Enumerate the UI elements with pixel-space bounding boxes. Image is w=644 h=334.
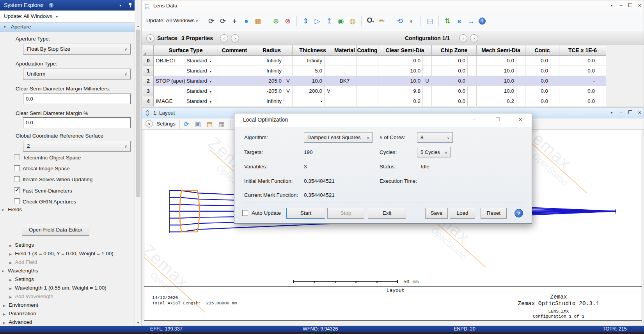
cores-select[interactable]: 8 ∨ — [417, 132, 453, 143]
load-button[interactable]: Load — [450, 208, 475, 219]
thickness-flag-cell[interactable] — [325, 96, 333, 106]
comment-cell[interactable] — [218, 66, 251, 76]
comment-cell[interactable] — [218, 56, 251, 66]
minimize-icon[interactable]: – — [617, 108, 624, 118]
tce-cell[interactable]: 0.0 — [559, 56, 597, 66]
scroll-down-icon[interactable]: ▾ — [135, 320, 141, 326]
chip-zone-cell[interactable]: 0.0 — [432, 56, 468, 66]
scroll-up-icon[interactable]: ▴ — [135, 23, 141, 29]
aperture-type-select[interactable]: Float By Stop Size ∨ — [23, 44, 131, 55]
checkbox-fast-semi-diameters[interactable]: ✓ — [14, 187, 20, 193]
add-field-item[interactable]: ▶Add Field — [9, 259, 37, 265]
maximize-icon[interactable] — [627, 108, 634, 118]
chip-zone-cell[interactable]: 0.0 — [432, 96, 468, 106]
conic-cell[interactable]: 0.0 — [525, 86, 550, 96]
collapse-icon[interactable]: « — [455, 15, 463, 27]
section-polarization[interactable]: ▶Polarization — [3, 311, 36, 316]
print-icon[interactable]: ▦ — [217, 118, 225, 130]
tce-cell[interactable]: 0.0 — [559, 96, 597, 106]
conic-flag-cell[interactable] — [550, 66, 559, 76]
chip-zone-cell[interactable]: 0.0 — [432, 76, 468, 86]
comment-cell[interactable] — [218, 96, 251, 106]
mech-semi-dia-cell[interactable]: 10.0 — [477, 76, 516, 86]
tree-closed-icon[interactable]: ▶ — [9, 253, 12, 256]
maximize-icon[interactable] — [494, 115, 501, 125]
csd-flag-cell[interactable] — [423, 86, 432, 96]
radius-cell[interactable]: Infinity — [251, 66, 284, 76]
row-number[interactable]: 4 — [143, 96, 154, 106]
csd-margin-mm-input[interactable]: 0.0 — [23, 94, 131, 104]
conic-cell[interactable]: 0.0 — [525, 66, 550, 76]
lens-data-titlebar[interactable]: Lens Data ▾ – × — [142, 0, 644, 11]
material-cell[interactable] — [333, 56, 357, 66]
minimize-icon[interactable]: – — [617, 0, 624, 11]
radius-cell[interactable]: -205.0 — [251, 86, 284, 96]
radius-cell[interactable]: Infinity — [251, 96, 284, 106]
chip-flag-cell[interactable] — [468, 56, 477, 66]
coating-cell[interactable] — [357, 86, 378, 96]
next-config-button[interactable]: › — [470, 34, 478, 42]
chevron-down-icon[interactable]: ▾ — [608, 0, 615, 11]
surface-type-select[interactable]: Standard▾ — [186, 66, 211, 76]
update-mode-label[interactable]: Update: All Windows — [4, 13, 52, 19]
add-wavelength-item[interactable]: ▶Add Wavelength — [9, 293, 53, 299]
msd-flag-cell[interactable] — [516, 76, 525, 86]
checkbox-iterate-solves[interactable] — [14, 176, 20, 182]
help-icon[interactable]: ? — [514, 209, 523, 217]
system-viewer-icon[interactable]: ▦ — [254, 15, 262, 27]
surface-type-cell[interactable]: STOP (aper)Standard▾ — [154, 76, 218, 86]
material-cell[interactable] — [333, 86, 357, 96]
csd-flag-cell[interactable] — [423, 96, 432, 106]
dialog-titlebar[interactable]: Local Optimization – × — [234, 113, 532, 127]
tce-cell[interactable]: 0.0 — [559, 66, 597, 76]
goto-surface-icon[interactable]: → — [467, 15, 475, 27]
surface-type-cell[interactable]: OBJECTStandard▾ — [154, 56, 218, 66]
mech-semi-dia-cell[interactable]: 10.0 — [477, 86, 516, 96]
system-explorer-scrollbar[interactable]: ▴ ▾ — [135, 23, 141, 326]
tree-open-icon[interactable]: ▾ — [2, 269, 4, 273]
thickness-cell[interactable]: 200.0 — [293, 86, 325, 96]
tree-closed-icon[interactable]: ▶ — [3, 304, 5, 307]
global-coordinates-icon[interactable]: ◉ — [337, 15, 345, 27]
fields-settings-item[interactable]: ▶Settings — [9, 242, 34, 248]
coating-cell[interactable] — [357, 76, 378, 86]
cycles-select[interactable]: 5 Cycles ∨ — [417, 147, 451, 157]
update-icon[interactable]: ⟳ — [207, 15, 215, 27]
wavelengths-settings-item[interactable]: ▶Settings — [9, 276, 34, 282]
conic-cell[interactable]: 0.0 — [525, 96, 550, 106]
update-all-icon[interactable]: ⟳ — [219, 15, 227, 27]
reset-button[interactable]: Reset — [481, 208, 507, 219]
table-row[interactable]: 3 Standard▾ -205.0 V 200.0 V 9.8 0.0 10.… — [143, 86, 606, 96]
thickness-flag-cell[interactable] — [325, 66, 333, 76]
msd-flag-cell[interactable] — [516, 66, 525, 76]
settings-expand-button[interactable]: ∨ — [145, 120, 153, 127]
radius-cell[interactable]: 205.0 — [251, 76, 284, 86]
conic-flag-cell[interactable] — [550, 96, 559, 106]
tce-flag-cell[interactable] — [597, 86, 606, 96]
thickness-flag-cell[interactable]: V — [325, 86, 333, 96]
conic-flag-cell[interactable] — [550, 56, 559, 66]
tree-closed-icon[interactable]: ▶ — [9, 278, 12, 282]
tce-flag-cell[interactable] — [597, 56, 606, 66]
tce-flag-cell[interactable] — [597, 96, 606, 106]
msd-flag-cell[interactable] — [516, 96, 525, 106]
update-mode-button[interactable]: Update: All Windows ▾ — [146, 11, 198, 31]
comment-cell[interactable] — [218, 76, 251, 86]
comment-cell[interactable] — [218, 86, 251, 96]
algorithm-select[interactable]: Damped Least Squares ∨ — [304, 132, 373, 143]
table-row[interactable]: 0 OBJECTStandard▾ Infinity Infinity 0.0 … — [143, 56, 606, 66]
thickness-flag-cell[interactable] — [325, 76, 333, 86]
open-field-data-editor-button[interactable]: Open Field Data Editor — [22, 224, 89, 236]
chevron-down-icon[interactable]: ▾ — [119, 0, 121, 11]
field-1-item[interactable]: ▶Field 1 (X = 0.00, Y = 0.00, Weight = 1… — [9, 251, 114, 256]
row-number[interactable]: 3 — [143, 86, 154, 96]
save-icon[interactable]: ▤ — [206, 118, 214, 130]
apodization-type-select[interactable]: Uniform ∨ — [23, 69, 131, 80]
maximize-icon[interactable] — [627, 0, 634, 11]
section-header-wavelengths[interactable]: ▾ Wavelengths — [2, 268, 38, 274]
auto-update-checkbox[interactable] — [242, 210, 248, 216]
coating-cell[interactable] — [357, 66, 378, 76]
surface-type-cell[interactable]: Standard▾ — [154, 66, 218, 76]
clear-semi-dia-cell[interactable]: 10.0 — [378, 66, 423, 76]
help-icon[interactable]: ? — [48, 2, 54, 8]
